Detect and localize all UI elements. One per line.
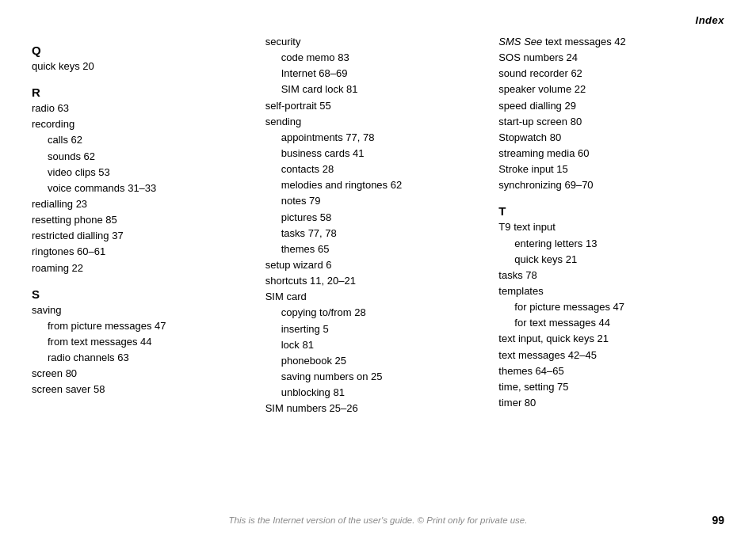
entry-sms: SMS See text messages 42 [498,34,724,50]
column-2: security code memo 83 Internet 68–69 SIM… [265,34,499,416]
entry-for-text-messages: for text messages 44 [498,315,724,331]
entry-shortcuts: shortcuts 11, 20–21 [265,273,491,289]
entry-recording: recording [32,116,258,132]
entry-from-picture-messages: from picture messages 47 [32,318,258,334]
entry-stopwatch: Stopwatch 80 [498,130,724,146]
entry-sim-numbers: SIM numbers 25–26 [265,401,491,416]
entry-voice-commands: voice commands 31–33 [32,181,258,196]
entry-templates: templates [498,283,724,299]
entry-ringtones: ringtones 60–61 [32,244,258,260]
entry-radio: radio 63 [32,101,258,116]
entry-entering-letters: entering letters 13 [498,236,724,252]
entry-startup-screen: start-up screen 80 [498,114,724,130]
entry-tasks-send: tasks 77, 78 [265,226,491,241]
entry-screen: screen 80 [32,366,258,382]
entry-notes: notes 79 [265,193,491,209]
column-1: Q quick keys 20 R radio 63 recording cal… [32,34,265,416]
section-q: Q [32,44,258,57]
entry-radio-channels: radio channels 63 [32,350,258,366]
entry-melodies: melodies and ringtones 62 [265,177,491,193]
entry-setup-wizard: setup wizard 6 [265,257,491,273]
entry-roaming: roaming 22 [32,260,258,276]
footer-note: This is the Internet version of the user… [0,515,756,525]
entry-saving: saving [32,302,258,318]
index-title: Index [696,14,724,26]
entry-quick-keys-t9: quick keys 21 [498,252,724,268]
footer-page-number: 99 [712,514,724,526]
section-t: T [498,204,724,218]
entry-lock: lock 81 [265,337,491,353]
entry-code-memo: code memo 83 [265,50,491,66]
entry-copying: copying to/from 28 [265,305,491,321]
entry-security: security [265,34,491,50]
entry-inserting: inserting 5 [265,321,491,337]
entry-from-text-messages: from text messages 44 [32,334,258,350]
entry-self-portrait: self-portrait 55 [265,98,491,114]
entry-themes: themes 64–65 [498,363,724,379]
entry-tasks: tasks 78 [498,268,724,283]
entry-stroke-input: Stroke input 15 [498,162,724,177]
entry-t9-text-input: T9 text input [498,219,724,235]
entry-sounds: sounds 62 [32,149,258,165]
entry-appointments: appointments 77, 78 [265,130,491,146]
column-3: SMS See text messages 42 SOS numbers 24 … [498,34,724,416]
entry-contacts: contacts 28 [265,162,491,177]
entry-sending: sending [265,114,491,130]
entry-text-messages: text messages 42–45 [498,348,724,363]
entry-text-input-quick-keys: text input, quick keys 21 [498,331,724,347]
entry-redialling: redialling 23 [32,196,258,212]
entry-speaker-volume: speaker volume 22 [498,82,724,97]
entry-streaming-media: streaming media 60 [498,146,724,162]
section-s: S [32,287,258,301]
entry-synchronizing: synchronizing 69–70 [498,177,724,193]
entry-for-picture-messages: for picture messages 47 [498,299,724,315]
page-footer: This is the Internet version of the user… [0,515,756,525]
entry-screen-saver: screen saver 58 [32,382,258,397]
entry-pictures: pictures 58 [265,210,491,226]
entry-calls: calls 62 [32,132,258,148]
entry-business-cards: business cards 41 [265,146,491,162]
entry-themes-send: themes 65 [265,241,491,257]
entry-phonebook: phonebook 25 [265,353,491,369]
entry-resetting-phone: resetting phone 85 [32,212,258,228]
entry-sim-card-lock: SIM card lock 81 [265,82,491,97]
entry-sound-recorder: sound recorder 62 [498,66,724,82]
entry-video-clips: video clips 53 [32,165,258,181]
entry-restricted-dialling: restricted dialling 37 [32,228,258,244]
entry-timer: timer 80 [498,395,724,411]
page-header: Index [0,0,756,26]
entry-time-setting: time, setting 75 [498,379,724,395]
entry-saving-numbers: saving numbers on 25 [265,369,491,385]
entry-unblocking: unblocking 81 [265,385,491,401]
entry-sos-numbers: SOS numbers 24 [498,50,724,66]
section-r: R [32,86,258,99]
entry-internet: Internet 68–69 [265,66,491,82]
content-area: Q quick keys 20 R radio 63 recording cal… [0,26,756,416]
entry-quick-keys: quick keys 20 [32,59,258,74]
entry-speed-dialling: speed dialling 29 [498,98,724,114]
entry-sim-card: SIM card [265,289,491,305]
